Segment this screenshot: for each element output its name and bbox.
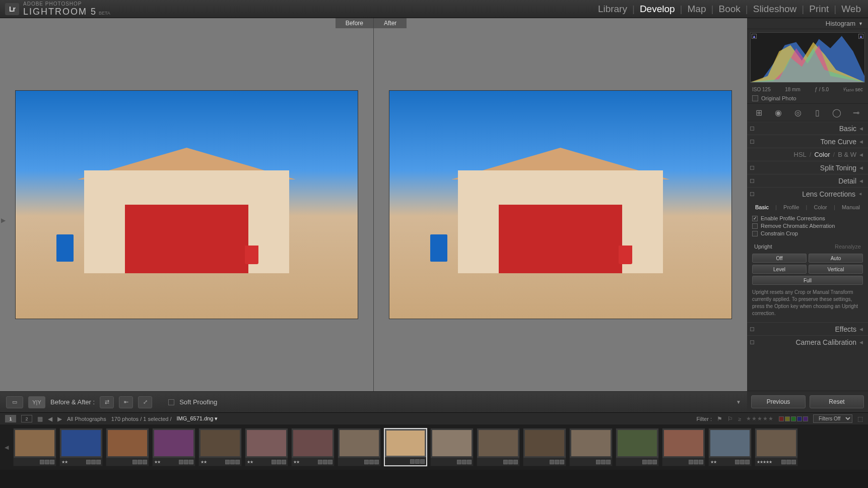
- filmstrip[interactable]: ◀ ★★★★★★★★★★★★★★★★★: [0, 424, 868, 470]
- rating-filter[interactable]: ★★★★★: [746, 415, 774, 422]
- lens-corrections-panel-header[interactable]: Lens Corrections▼: [747, 187, 868, 200]
- remove-chromatic-aberration-checkbox[interactable]: [752, 223, 758, 229]
- filmstrip-thumb[interactable]: ★★★★★: [755, 428, 798, 466]
- thumb-badge[interactable]: [694, 460, 698, 464]
- thumb-badge[interactable]: [277, 460, 281, 464]
- filmstrip-thumb[interactable]: [338, 428, 381, 466]
- filter-lock-icon[interactable]: ⬚: [857, 415, 863, 422]
- thumb-badge[interactable]: [323, 460, 327, 464]
- filmstrip-thumb[interactable]: ★★: [152, 428, 195, 466]
- flag-pick-filter[interactable]: ⚑: [717, 415, 722, 422]
- split-toning-panel-header[interactable]: Split Toning◀: [747, 161, 868, 174]
- filmstrip-thumb[interactable]: ★★: [291, 428, 335, 466]
- copy-before-button[interactable]: ⇤: [119, 396, 133, 408]
- module-develop[interactable]: Develop: [638, 4, 677, 15]
- before-view[interactable]: Before: [0, 18, 374, 391]
- thumb-badge[interactable]: [40, 460, 44, 464]
- reset-button[interactable]: Reset: [810, 395, 864, 408]
- lens-tab-profile[interactable]: Profile: [781, 203, 801, 211]
- original-photo-row[interactable]: Original Photo: [747, 93, 868, 104]
- thumb-badge[interactable]: [508, 460, 513, 464]
- module-library[interactable]: Library: [596, 4, 629, 15]
- before-after-view-button[interactable]: Y|Y: [28, 396, 45, 408]
- swap-ba-button[interactable]: ⇄: [100, 396, 114, 408]
- thumb-badge[interactable]: [462, 460, 466, 464]
- filter-preset-select[interactable]: Filters Off: [813, 414, 852, 423]
- thumb-badge[interactable]: [457, 460, 461, 464]
- constrain-crop-checkbox[interactable]: [752, 231, 758, 236]
- upright-full-button[interactable]: Full: [752, 276, 863, 285]
- enable-profile-corrections-checkbox[interactable]: ✓: [752, 216, 758, 221]
- nav-back-icon[interactable]: ◀: [48, 415, 52, 422]
- nav-forward-icon[interactable]: ▶: [57, 415, 62, 422]
- thumb-badge[interactable]: [318, 460, 322, 464]
- thumb-badge[interactable]: [513, 460, 518, 464]
- filmstrip-thumb[interactable]: ★★: [59, 428, 103, 466]
- after-view[interactable]: After: [374, 18, 747, 391]
- hsl-color-bw-header[interactable]: HSL/ Color/ B & W◀: [747, 148, 868, 161]
- thumb-badge[interactable]: [735, 460, 740, 464]
- filmstrip-thumb[interactable]: [662, 428, 705, 466]
- filmstrip-thumb[interactable]: [616, 428, 659, 466]
- current-filename[interactable]: IMG_6571.dng ▾: [177, 415, 218, 422]
- brush-tool[interactable]: ⊸: [850, 107, 863, 118]
- thumb-badge[interactable]: [143, 460, 147, 464]
- thumb-badge[interactable]: [189, 460, 193, 464]
- thumb-badge[interactable]: [50, 460, 54, 464]
- thumb-badge[interactable]: [328, 460, 332, 464]
- spot-tool[interactable]: ◉: [772, 107, 785, 118]
- flag-reject-filter[interactable]: ⚐: [727, 415, 733, 422]
- thumb-badge[interactable]: [596, 460, 600, 464]
- thumb-badge[interactable]: [272, 460, 276, 464]
- thumb-badge[interactable]: [235, 460, 240, 464]
- loupe-view-button[interactable]: ▭: [6, 396, 23, 408]
- thumb-badge[interactable]: [550, 460, 554, 464]
- previous-button[interactable]: Previous: [751, 395, 806, 408]
- upright-auto-button[interactable]: Auto: [809, 254, 863, 263]
- color-chip-yellow[interactable]: [785, 416, 790, 421]
- thumb-badge[interactable]: [225, 460, 230, 464]
- lens-tab-manual[interactable]: Manual: [840, 203, 862, 211]
- module-slideshow[interactable]: Slideshow: [751, 4, 799, 15]
- thumb-badge[interactable]: [740, 460, 745, 464]
- tone-curve-panel-header[interactable]: Tone Curve◀: [747, 135, 868, 148]
- basic-panel-header[interactable]: Basic◀: [747, 121, 868, 135]
- highlight-clip-indicator[interactable]: ▲: [858, 34, 863, 39]
- thumb-badge[interactable]: [560, 460, 564, 464]
- thumb-badge[interactable]: [606, 460, 611, 464]
- soft-proofing-checkbox[interactable]: [168, 399, 174, 405]
- camera-calibration-panel-header[interactable]: Camera Calibration◀: [747, 335, 868, 348]
- thumb-badge[interactable]: [652, 460, 657, 464]
- thumb-badge[interactable]: [184, 460, 188, 464]
- thumb-badge[interactable]: [369, 460, 374, 464]
- reanalyze-button[interactable]: Reanalyze: [835, 243, 861, 250]
- source-label[interactable]: All Photographs: [67, 416, 106, 422]
- thumb-badge[interactable]: [230, 460, 235, 464]
- thumb-badge[interactable]: [374, 460, 379, 464]
- upright-vertical-button[interactable]: Vertical: [809, 265, 863, 274]
- histogram[interactable]: ▲ ▲: [750, 32, 865, 83]
- upright-off-button[interactable]: Off: [752, 254, 807, 263]
- thumb-badge[interactable]: [45, 460, 49, 464]
- thumb-badge[interactable]: [364, 460, 369, 464]
- thumb-badge[interactable]: [138, 460, 142, 464]
- effects-panel-header[interactable]: Effects◀: [747, 322, 868, 335]
- filmstrip-thumb[interactable]: [569, 428, 613, 466]
- thumb-badge[interactable]: [415, 459, 420, 464]
- filmstrip-thumb[interactable]: [13, 428, 56, 466]
- thumb-badge[interactable]: [96, 460, 101, 464]
- shadow-clip-indicator[interactable]: ▲: [752, 34, 757, 39]
- module-print[interactable]: Print: [807, 4, 831, 15]
- thumb-badge[interactable]: [282, 460, 286, 464]
- thumb-badge[interactable]: [132, 460, 137, 464]
- copy-after-button[interactable]: ⤢: [138, 396, 152, 408]
- thumb-badge[interactable]: [91, 460, 96, 464]
- filmstrip-thumb[interactable]: [384, 428, 427, 466]
- lens-tab-color[interactable]: Color: [812, 203, 829, 211]
- module-web[interactable]: Web: [839, 4, 863, 15]
- grid-view-icon[interactable]: ▦: [37, 415, 43, 422]
- thumb-badge[interactable]: [745, 460, 750, 464]
- thumb-badge[interactable]: [179, 460, 183, 464]
- thumb-badge[interactable]: [781, 460, 786, 464]
- toolbar-menu[interactable]: ▼: [736, 399, 741, 405]
